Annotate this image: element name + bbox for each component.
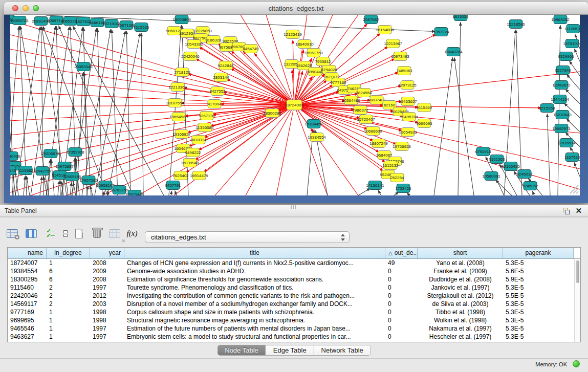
float-panel-icon[interactable] bbox=[563, 208, 570, 214]
table-options-icon[interactable] bbox=[4, 226, 20, 241]
graph-edge[interactable] bbox=[107, 33, 140, 195]
tab-edge-table[interactable]: Edge Table bbox=[266, 345, 314, 355]
graph-node-label: 9699695 bbox=[416, 121, 432, 126]
graph-edge[interactable] bbox=[10, 105, 294, 106]
table-selector-dropdown[interactable]: citations_edges.txt bbox=[145, 231, 350, 243]
graph-edge[interactable] bbox=[574, 49, 580, 61]
graph-edge[interactable] bbox=[294, 105, 328, 195]
status-divider bbox=[0, 358, 588, 359]
tab-network-table[interactable]: Network Table bbox=[314, 345, 371, 355]
table-cell: 18300295 bbox=[8, 275, 47, 283]
network-window: citations_edges.txt 98601248912954122260… bbox=[4, 2, 588, 203]
table-cell: 0 bbox=[385, 283, 418, 292]
table-cell: 0 bbox=[385, 333, 418, 341]
graph-node-label: 12973125 bbox=[398, 83, 417, 87]
graph-edge[interactable] bbox=[10, 105, 294, 121]
table-cell: Disruption of a novel member of a sodium… bbox=[124, 300, 385, 308]
graph-edge[interactable] bbox=[195, 59, 294, 105]
graph-edge[interactable] bbox=[95, 31, 125, 195]
table-row[interactable]: 2242004622012Investigating the contribut… bbox=[8, 292, 580, 300]
table-row[interactable]: 1872400712008Changes of HCN gene express… bbox=[8, 259, 580, 267]
table-cell: de Silva et al. (2003) bbox=[418, 300, 503, 308]
table-cell: 0 bbox=[385, 308, 418, 316]
table-row[interactable]: 946362711997Embryonic stem cells: a mode… bbox=[8, 333, 580, 341]
graph-edge[interactable] bbox=[434, 57, 453, 195]
table-cell: Franke et al. (2009) bbox=[418, 267, 503, 275]
graph-edge[interactable] bbox=[171, 191, 172, 195]
table-cell: 2012 bbox=[90, 292, 124, 300]
graph-edge[interactable] bbox=[138, 105, 294, 195]
graph-node-label: 16039948 bbox=[181, 161, 199, 165]
graph-edge[interactable] bbox=[169, 25, 181, 195]
table-cell: 1997 bbox=[90, 324, 124, 333]
column-header-name[interactable]: name bbox=[8, 248, 47, 258]
graph-edge[interactable] bbox=[565, 89, 580, 104]
delete-table-icon[interactable] bbox=[89, 226, 105, 241]
network-graph[interactable]: 9860124891295412226058982750981863281054… bbox=[10, 15, 580, 195]
graph-node-label: 2087682 bbox=[363, 17, 379, 22]
graph-edge[interactable] bbox=[358, 188, 371, 195]
table-tabs: Node TableEdge TableNetwork Table bbox=[217, 345, 371, 356]
table-row[interactable]: 969969511998Structural magnetic resonanc… bbox=[8, 316, 580, 324]
column-header-year[interactable]: year bbox=[90, 248, 124, 258]
table-body: 1872400712008Changes of HCN gene express… bbox=[8, 259, 580, 341]
table-cell: 5.9E-5 bbox=[503, 275, 574, 283]
column-header-in-degree[interactable]: in_degree bbox=[47, 248, 90, 258]
table-row[interactable]: 977716911998Corpus callosum shape and si… bbox=[8, 308, 580, 316]
graph-edge[interactable] bbox=[10, 105, 294, 149]
graph-node-label: 15963052 bbox=[551, 17, 570, 22]
column-visibility-icon[interactable] bbox=[23, 226, 39, 241]
function-builder-icon[interactable]: f(x) bbox=[124, 226, 140, 241]
graph-edge[interactable] bbox=[574, 162, 580, 177]
close-panel-icon[interactable]: ✕ bbox=[575, 206, 582, 215]
table-row[interactable]: 1456911722003Disruption of a novel membe… bbox=[8, 300, 580, 308]
column-header-short[interactable]: short bbox=[418, 248, 503, 258]
graph-edge[interactable] bbox=[407, 192, 409, 195]
node-table: namein_degreeyeartitle△out_de...shortpag… bbox=[7, 247, 581, 342]
graph-edge[interactable] bbox=[73, 182, 76, 195]
graph-edge[interactable] bbox=[70, 27, 77, 195]
graph-edge[interactable] bbox=[58, 181, 59, 195]
table-row[interactable]: 1830029562008Estimation of significance … bbox=[8, 275, 580, 283]
table-row[interactable]: 1938455462009Genome-wide association stu… bbox=[8, 267, 580, 275]
graph-node-label: 19654923 bbox=[399, 130, 417, 135]
graph-edge[interactable] bbox=[24, 176, 25, 195]
graph-node-label: 1615132 bbox=[382, 163, 399, 168]
row-selection-icon[interactable]: ✓─✓─ bbox=[42, 226, 58, 241]
resize-grip-icon[interactable] bbox=[576, 191, 578, 193]
graph-edge[interactable] bbox=[547, 114, 550, 195]
graph-edge[interactable] bbox=[43, 177, 47, 195]
graph-node-label: 20364486 bbox=[342, 98, 360, 103]
window-titlebar[interactable]: citations_edges.txt bbox=[4, 2, 588, 15]
graph-edge[interactable] bbox=[378, 190, 381, 195]
graph-edge[interactable] bbox=[182, 25, 188, 195]
table-row[interactable]: 911546021997Tourette syndrome. Phenomeno… bbox=[8, 283, 580, 292]
scrollbar-thumb[interactable] bbox=[576, 260, 579, 283]
graph-edge[interactable] bbox=[294, 105, 580, 189]
graph-edge[interactable] bbox=[40, 177, 42, 195]
new-table-icon[interactable] bbox=[71, 226, 87, 241]
graph-edge[interactable] bbox=[276, 105, 294, 195]
column-header-out-de-[interactable]: △out_de... bbox=[385, 248, 418, 258]
table-row[interactable]: 946554611997Estimation of the future num… bbox=[8, 324, 580, 333]
splitter-grip[interactable] bbox=[291, 205, 297, 209]
table-cell: Nakamura et al. (1997) bbox=[418, 324, 503, 333]
table-header-row: namein_degreeyeartitle△out_de...shortpag… bbox=[8, 248, 580, 259]
tab-node-table[interactable]: Node Table bbox=[217, 345, 266, 355]
graph-edge[interactable] bbox=[10, 49, 294, 105]
graph-edge[interactable] bbox=[141, 33, 143, 195]
network-canvas[interactable]: 9860124891295412226058982750981863281054… bbox=[10, 15, 580, 195]
table-cell: 5.3E-5 bbox=[503, 316, 574, 324]
graph-edge[interactable] bbox=[90, 186, 93, 195]
column-header-pagerank[interactable]: pagerank bbox=[503, 248, 574, 258]
graph-edge[interactable] bbox=[454, 57, 474, 195]
vertical-scrollbar[interactable] bbox=[574, 259, 580, 342]
graph-edge[interactable] bbox=[15, 171, 18, 195]
graph-edge[interactable] bbox=[27, 176, 30, 195]
graph-node-label: 12093872 bbox=[552, 83, 571, 87]
resize-grip-icon[interactable] bbox=[573, 188, 578, 193]
graph-node-label: 20053346 bbox=[74, 64, 93, 69]
graph-edge[interactable] bbox=[532, 191, 534, 195]
graph-node-label: 7615526 bbox=[133, 25, 149, 30]
column-header-title[interactable]: title bbox=[124, 248, 385, 258]
